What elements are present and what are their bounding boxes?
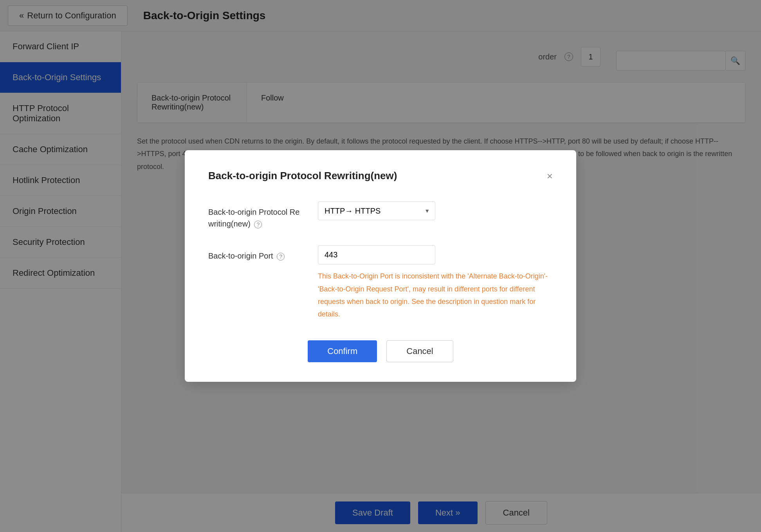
port-field-input: This Back-to-Origin Port is inconsistent…: [318, 245, 553, 321]
modal-close-button[interactable]: ×: [547, 171, 553, 181]
protocol-field-input: Follow HTTP→ HTTPS HTTPS→ HTTP ▼: [318, 201, 553, 220]
protocol-select[interactable]: Follow HTTP→ HTTPS HTTPS→ HTTP: [318, 201, 435, 220]
confirm-button[interactable]: Confirm: [308, 340, 377, 362]
port-input[interactable]: [318, 245, 435, 264]
protocol-field-label: Back-to-origin Protocol Rewriting(new) ?: [208, 201, 306, 230]
modal-dialog: Back-to-origin Protocol Rewriting(new) ×…: [185, 150, 576, 382]
protocol-field-row: Back-to-origin Protocol Rewriting(new) ?…: [208, 201, 553, 230]
port-field: Back-to-origin Port ? This Back-to-Origi…: [208, 245, 553, 321]
protocol-rewriting-field: Back-to-origin Protocol Rewriting(new) ?…: [208, 201, 553, 230]
port-field-row: Back-to-origin Port ? This Back-to-Origi…: [208, 245, 553, 321]
protocol-help-icon[interactable]: ?: [254, 221, 262, 228]
modal-header: Back-to-origin Protocol Rewriting(new) ×: [208, 170, 553, 182]
port-warning-text: This Back-to-Origin Port is inconsistent…: [318, 270, 553, 321]
modal-footer: Confirm Cancel: [208, 340, 553, 362]
cancel-modal-button[interactable]: Cancel: [386, 340, 453, 362]
modal-overlay: Back-to-origin Protocol Rewriting(new) ×…: [0, 0, 761, 532]
port-help-icon[interactable]: ?: [277, 253, 285, 261]
protocol-select-wrapper: Follow HTTP→ HTTPS HTTPS→ HTTP ▼: [318, 201, 435, 220]
port-field-label: Back-to-origin Port ?: [208, 245, 306, 262]
modal-title: Back-to-origin Protocol Rewriting(new): [208, 170, 397, 182]
